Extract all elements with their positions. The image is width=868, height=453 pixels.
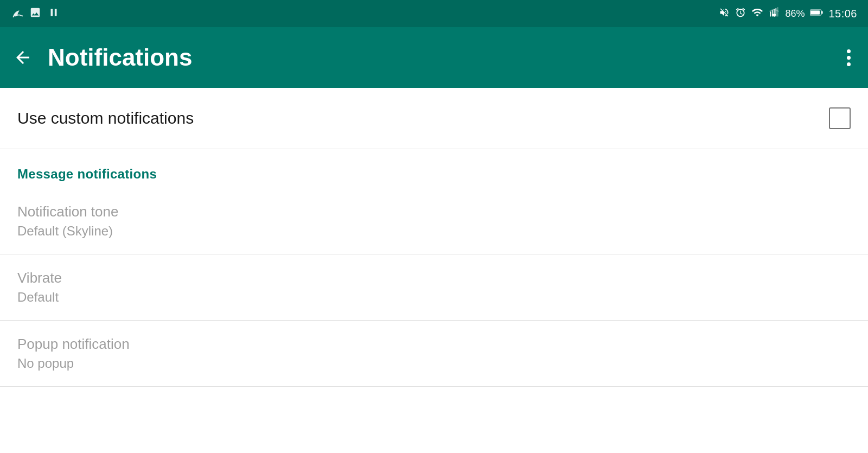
svg-rect-6 xyxy=(822,11,823,14)
image-icon xyxy=(29,7,41,21)
custom-notifications-checkbox[interactable] xyxy=(829,107,851,129)
status-time: 15:06 xyxy=(828,8,857,20)
custom-notifications-label: Use custom notifications xyxy=(17,109,194,127)
mute-icon xyxy=(719,7,730,21)
svg-rect-2 xyxy=(774,9,775,16)
battery-percentage: 86% xyxy=(785,8,805,20)
battery-icon xyxy=(810,7,823,21)
usb-icon xyxy=(11,7,23,21)
dot-3 xyxy=(847,62,851,66)
dot-1 xyxy=(847,49,851,53)
content-area: Use custom notifications Message notific… xyxy=(0,88,868,453)
wifi-icon xyxy=(751,7,763,21)
message-notifications-title: Message notifications xyxy=(17,167,157,181)
status-bar-right-icons: 86% 15:06 xyxy=(719,7,857,21)
popup-notification-row[interactable]: Popup notification No popup xyxy=(0,321,868,387)
message-notifications-section: Message notifications xyxy=(0,149,868,188)
app-bar: Notifications xyxy=(0,27,868,88)
dot-2 xyxy=(847,56,851,60)
vibrate-value: Default xyxy=(17,290,851,305)
signal-icon xyxy=(769,7,780,21)
more-options-button[interactable] xyxy=(843,45,855,71)
custom-notifications-row[interactable]: Use custom notifications xyxy=(0,88,868,149)
notification-tone-label: Notification tone xyxy=(17,203,851,220)
vibrate-row[interactable]: Vibrate Default xyxy=(0,254,868,321)
svg-rect-3 xyxy=(776,8,777,16)
svg-rect-0 xyxy=(770,11,771,16)
vibrate-label: Vibrate xyxy=(17,270,851,286)
page-title: Notifications xyxy=(48,44,843,71)
svg-rect-4 xyxy=(777,7,778,17)
svg-rect-7 xyxy=(811,10,820,14)
notification-tone-value: Default (Skyline) xyxy=(17,224,851,239)
status-bar-left-icons xyxy=(11,7,60,21)
back-button[interactable] xyxy=(13,48,33,67)
notification-tone-row[interactable]: Notification tone Default (Skyline) xyxy=(0,188,868,254)
popup-notification-value: No popup xyxy=(17,356,851,371)
alarm-icon xyxy=(735,7,746,21)
pause-icon xyxy=(48,7,60,21)
svg-rect-1 xyxy=(772,10,773,16)
popup-notification-label: Popup notification xyxy=(17,336,851,353)
status-bar: 86% 15:06 xyxy=(0,0,868,27)
